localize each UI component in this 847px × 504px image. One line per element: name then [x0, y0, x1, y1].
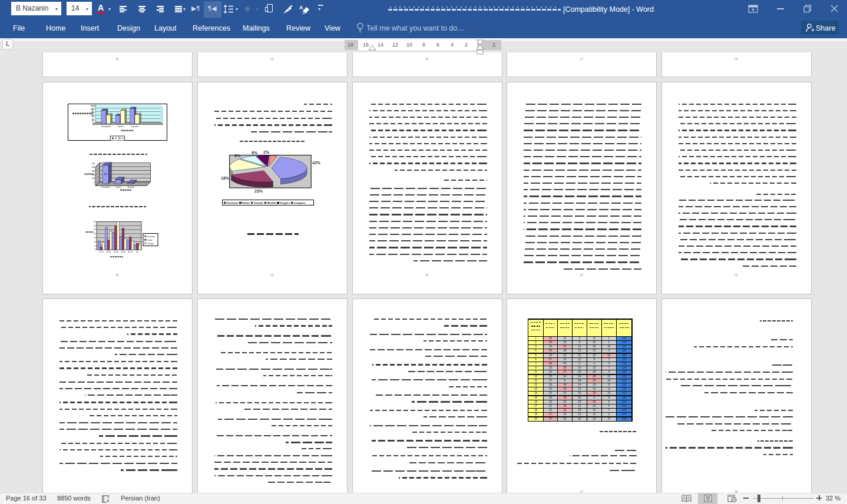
- svg-text:400: 400: [92, 166, 95, 168]
- svg-text:5: 5: [95, 244, 96, 247]
- svg-text:Youtube: Youtube: [127, 185, 134, 188]
- svg-text:18-25: 18-25: [107, 250, 111, 253]
- svg-text:15-17: 15-17: [99, 250, 104, 253]
- svg-text:A: A: [299, 5, 303, 11]
- svg-text:Youtube: Youtube: [147, 242, 154, 244]
- svg-text:Youtube: Youtube: [131, 125, 138, 128]
- svg-text:Facebook: Facebook: [101, 125, 111, 128]
- svg-text:80%: 80%: [90, 105, 95, 107]
- svg-text:0: 0: [94, 181, 95, 183]
- svg-text:Facebook: Facebook: [102, 185, 110, 188]
- svg-text:2%: 2%: [263, 150, 270, 154]
- svg-text:0: 0: [95, 248, 96, 251]
- svg-text:Twitter: Twitter: [147, 238, 153, 241]
- svg-text:300: 300: [92, 170, 95, 172]
- svg-text:35: 35: [94, 220, 96, 223]
- svg-text:26-34: 26-34: [114, 250, 118, 253]
- svg-text:18%: 18%: [221, 176, 230, 180]
- svg-text:Facebook: Facebook: [147, 235, 155, 237]
- svg-text:500: 500: [92, 162, 95, 164]
- svg-text:100: 100: [92, 177, 95, 180]
- svg-text:0%: 0%: [91, 119, 95, 121]
- svg-text:25: 25: [94, 228, 96, 231]
- svg-text:10: 10: [94, 240, 96, 243]
- svg-text:20%: 20%: [90, 115, 95, 117]
- svg-text:Twitter: Twitter: [117, 125, 124, 128]
- svg-text:35-44: 35-44: [121, 250, 125, 253]
- svg-text:15: 15: [94, 237, 96, 239]
- svg-text:55+: 55+: [136, 250, 139, 253]
- svg-text:23%: 23%: [254, 189, 263, 193]
- svg-text:6%: 6%: [252, 151, 258, 155]
- svg-text:42%: 42%: [312, 161, 321, 165]
- svg-text:x: x: [107, 498, 110, 503]
- svg-text:45-54: 45-54: [128, 250, 133, 253]
- svg-text:8%: 8%: [234, 153, 241, 157]
- svg-text:30: 30: [94, 224, 96, 227]
- svg-text:20: 20: [94, 233, 96, 235]
- svg-text:466: 466: [104, 173, 107, 175]
- svg-text:60%: 60%: [90, 108, 95, 111]
- svg-text:Twitter: Twitter: [115, 185, 121, 188]
